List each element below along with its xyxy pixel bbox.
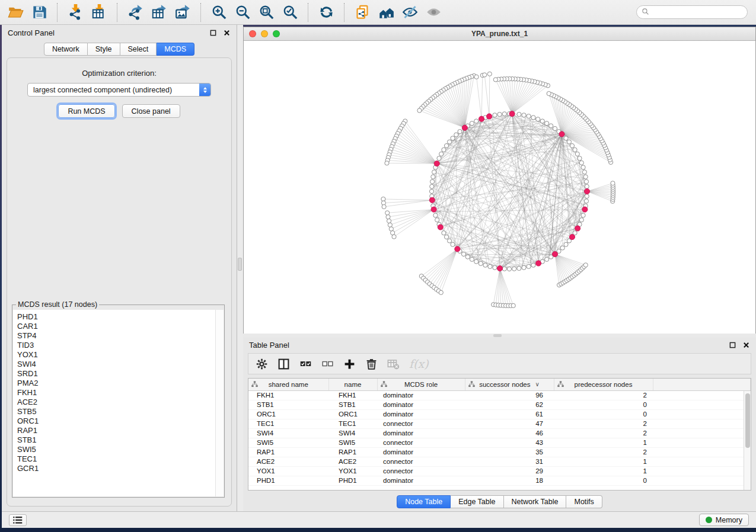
table-cell[interactable]: 0 — [554, 409, 653, 419]
function-builder-button[interactable]: f(x) — [409, 355, 429, 372]
table-cell[interactable]: RAP1 — [328, 447, 377, 457]
mcds-result-node[interactable]: STB5 — [17, 407, 215, 416]
hide-selected-button[interactable] — [398, 2, 422, 23]
table-cell[interactable]: 2 — [554, 419, 653, 428]
table-panel-split-divider[interactable] — [243, 334, 756, 338]
select-all-rows-button[interactable] — [299, 355, 312, 372]
table-cell[interactable]: ACE2 — [328, 457, 377, 466]
table-options-button[interactable] — [256, 355, 268, 372]
search-field[interactable] — [636, 5, 748, 19]
table-cell[interactable]: connector — [377, 438, 465, 447]
mcds-result-node[interactable]: SWI5 — [17, 445, 215, 454]
zoom-in-button[interactable] — [207, 2, 231, 23]
network-canvas[interactable] — [244, 41, 755, 334]
table-cell[interactable]: FKH1 — [328, 390, 377, 400]
mcds-result-node[interactable]: TEC1 — [17, 454, 215, 464]
mcds-result-scrollbar[interactable] — [216, 310, 224, 496]
table-cell[interactable]: connector — [377, 466, 465, 476]
table-cell[interactable]: 1 — [554, 466, 653, 476]
table-cell[interactable]: dominator — [377, 409, 465, 419]
table-cell[interactable]: 46 — [465, 428, 554, 438]
mcds-result-node[interactable]: PMA2 — [17, 379, 215, 388]
add-column-button[interactable] — [343, 355, 356, 372]
import-table-button[interactable] — [87, 2, 111, 23]
table-row[interactable]: RAP1RAP1dominator352 — [248, 447, 751, 457]
table-cell[interactable]: 18 — [465, 476, 554, 485]
table-panel-float-button[interactable] — [728, 341, 736, 349]
delete-column-button[interactable] — [365, 355, 378, 372]
mcds-result-node[interactable]: TID3 — [17, 341, 215, 350]
control-panel-split-divider[interactable] — [237, 25, 243, 511]
table-row[interactable]: ACE2ACE2connector311 — [248, 457, 751, 466]
column-header-successor-nodes[interactable]: successor nodes∨ — [465, 379, 554, 390]
run-mcds-button[interactable]: Run MCDS — [58, 104, 114, 118]
tab-mcds[interactable]: MCDS — [157, 43, 194, 56]
table-cell[interactable]: 1 — [554, 438, 653, 447]
export-table-button[interactable] — [147, 2, 171, 23]
zoom-out-button[interactable] — [231, 2, 254, 23]
mcds-result-node[interactable]: RAP1 — [17, 426, 215, 435]
table-cell[interactable]: 1 — [554, 457, 653, 466]
table-row[interactable]: STB1STB1dominator620 — [248, 400, 751, 409]
table-cell[interactable]: dominator — [377, 400, 465, 409]
table-scrollbar[interactable] — [744, 391, 751, 490]
divider-grabber[interactable] — [493, 334, 502, 337]
mcds-result-node[interactable]: STP4 — [17, 331, 215, 341]
mcds-result-node[interactable]: FKH1 — [17, 388, 215, 398]
table-cell[interactable]: SWI4 — [328, 428, 377, 438]
search-input[interactable] — [652, 8, 742, 17]
table-cell[interactable]: 43 — [465, 438, 554, 447]
mcds-result-node[interactable]: SRD1 — [17, 369, 215, 379]
table-cell[interactable]: connector — [377, 457, 465, 466]
export-image-button[interactable] — [171, 2, 194, 23]
table-cell[interactable]: connector — [377, 419, 465, 428]
mcds-result-node[interactable]: GCR1 — [17, 464, 215, 473]
table-cell[interactable]: ACE2 — [248, 457, 328, 466]
window-zoom-button[interactable] — [273, 30, 280, 37]
column-header-predecessor-nodes[interactable]: predecessor nodes — [554, 379, 653, 390]
column-header-mcds-role[interactable]: MCDS role — [377, 379, 465, 390]
table-row[interactable]: TEC1TEC1connector472 — [248, 419, 751, 428]
column-header-shared-name[interactable]: shared name — [248, 379, 328, 390]
memory-button[interactable]: Memory — [699, 514, 749, 526]
table-cell[interactable]: 62 — [465, 400, 554, 409]
mcds-result-list[interactable]: PHD1CAR1STP4TID3YOX1SWI4SRD1PMA2FKH1ACE2… — [13, 310, 216, 496]
mcds-result-node[interactable]: YOX1 — [17, 350, 215, 360]
table-row[interactable]: FKH1FKH1dominator962 — [248, 390, 751, 400]
task-history-button[interactable] — [9, 514, 27, 526]
table-row[interactable]: PHD1PHD1dominator180 — [248, 476, 751, 485]
table-row[interactable]: SWI5SWI5connector431 — [248, 438, 751, 447]
criterion-dropdown[interactable]: largest connected component (undirected) — [27, 83, 211, 97]
tab-network-table[interactable]: Network Table — [504, 495, 567, 508]
network-window-titlebar[interactable]: YPA_prune.txt_1 — [244, 27, 755, 41]
table-cell[interactable]: dominator — [377, 476, 465, 485]
zoom-selected-button[interactable] — [278, 2, 302, 23]
table-cell[interactable]: PHD1 — [248, 476, 328, 485]
table-cell[interactable]: RAP1 — [248, 447, 328, 457]
control-panel-close-button[interactable] — [222, 28, 231, 37]
close-panel-button[interactable]: Close panel — [122, 104, 180, 118]
show-hidden-button[interactable] — [422, 2, 445, 23]
table-cell[interactable]: 35 — [465, 447, 554, 457]
table-cell[interactable]: SWI5 — [328, 438, 377, 447]
control-panel-float-button[interactable] — [209, 28, 217, 37]
table-cell[interactable]: 29 — [465, 466, 554, 476]
table-cell[interactable]: 0 — [554, 400, 653, 409]
table-panel-close-button[interactable] — [742, 341, 750, 349]
window-close-button[interactable] — [249, 30, 256, 37]
refresh-view-button[interactable] — [314, 2, 338, 23]
table-cell[interactable]: ORC1 — [328, 409, 377, 419]
save-session-button[interactable] — [27, 2, 51, 23]
window-minimize-button[interactable] — [261, 30, 268, 37]
table-cell[interactable]: ORC1 — [248, 409, 328, 419]
tab-node-table[interactable]: Node Table — [397, 495, 451, 508]
show-all-networks-button[interactable] — [374, 2, 398, 23]
show-columns-button[interactable] — [277, 355, 290, 372]
table-cell[interactable]: YOX1 — [248, 466, 328, 476]
table-cell[interactable]: PHD1 — [328, 476, 377, 485]
export-network-button[interactable] — [123, 2, 147, 23]
divider-grabber[interactable] — [238, 258, 242, 271]
tab-edge-table[interactable]: Edge Table — [451, 495, 503, 508]
table-cell[interactable]: 61 — [465, 409, 554, 419]
table-cell[interactable]: 2 — [554, 390, 653, 400]
